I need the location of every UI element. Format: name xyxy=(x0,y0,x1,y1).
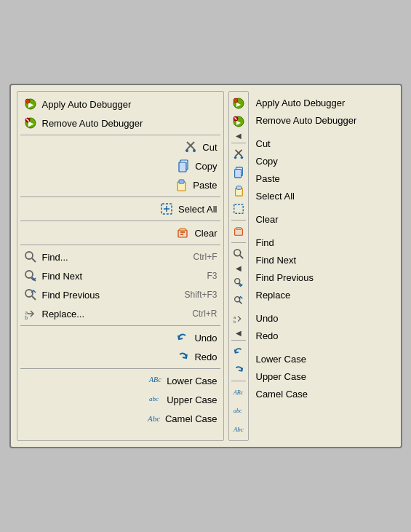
find-icon xyxy=(23,250,38,264)
icon-bar-clear[interactable] xyxy=(230,223,247,240)
label-sep4 xyxy=(255,303,359,309)
separator-6 xyxy=(20,368,220,369)
icon-bar-upper-case[interactable]: abc xyxy=(230,402,247,419)
menu-item-undo[interactable]: Undo xyxy=(17,328,223,347)
svg-rect-54 xyxy=(236,228,241,230)
apply-auto-debugger-label: Apply Auto Debugger xyxy=(42,99,132,110)
copy-label: Copy xyxy=(195,161,217,172)
undo-icon xyxy=(175,330,190,345)
icon-bar-find-next[interactable] xyxy=(230,274,247,291)
label-camel-case: Camel Case xyxy=(255,385,359,402)
icon-bar-scroll-down[interactable]: ◀ xyxy=(236,328,242,338)
menu-item-replace[interactable]: ab Replace... Ctrl+R xyxy=(17,304,223,323)
upper-case-label: Upper Case xyxy=(167,394,217,405)
label-redo: Redo xyxy=(255,327,359,344)
menu-item-clear[interactable]: Clear xyxy=(17,223,223,242)
svg-text:ABc: ABc xyxy=(148,376,161,384)
menu-item-lower-case[interactable]: ABc Lower Case xyxy=(17,371,223,390)
menu-item-camel-case[interactable]: Abc Camel Case xyxy=(17,409,223,428)
redo-label: Redo xyxy=(194,352,217,362)
svg-rect-52 xyxy=(234,205,242,213)
separator-5 xyxy=(20,325,220,326)
apply-debugger-icon: ▶ xyxy=(23,97,38,111)
replace-label: Replace... xyxy=(42,309,85,319)
icon-bar-redo[interactable] xyxy=(230,361,247,378)
lower-case-icon: ABc xyxy=(148,373,162,388)
menu-item-find[interactable]: Find... Ctrl+F xyxy=(17,247,223,266)
icon-bar-find-previous[interactable] xyxy=(230,292,247,309)
icon-bar-sep1 xyxy=(231,143,246,143)
find-shortcut: Ctrl+F xyxy=(193,252,218,262)
svg-point-47 xyxy=(240,156,243,159)
cut-icon xyxy=(183,140,198,154)
icon-bar-sep5 xyxy=(231,381,246,381)
label-sep5 xyxy=(255,344,359,350)
left-menu-panel: ▶ Apply Auto Debugger ▶ Remove Auto Debu… xyxy=(17,91,224,441)
menu-item-cut[interactable]: Cut xyxy=(17,138,223,156)
svg-rect-51 xyxy=(236,186,241,189)
label-find: Find xyxy=(255,234,359,251)
undo-label: Undo xyxy=(194,333,217,344)
icon-bar-sep3 xyxy=(231,242,246,243)
label-undo: Undo xyxy=(255,309,359,327)
icon-bar: ▶ ▶ ◀ xyxy=(228,91,249,441)
find-next-shortcut: F3 xyxy=(207,271,217,281)
svg-rect-17 xyxy=(180,180,183,183)
menu-item-upper-case[interactable]: abc Upper Case xyxy=(17,390,223,409)
icon-bar-copy[interactable] xyxy=(230,164,247,181)
svg-point-27 xyxy=(25,271,33,278)
menu-item-find-next[interactable]: Find Next F3 xyxy=(17,266,223,285)
label-clear: Clear xyxy=(255,210,359,228)
icon-bar-scroll-find[interactable]: ◀ xyxy=(236,263,242,273)
icon-bar-lower-case[interactable]: ABc xyxy=(230,384,247,401)
icon-bar-cut[interactable] xyxy=(230,146,247,163)
menu-item-paste[interactable]: Paste xyxy=(17,175,223,194)
label-find-next: Find Next xyxy=(255,251,359,269)
camel-case-label: Camel Case xyxy=(165,413,218,424)
icon-bar-apply-debugger[interactable]: ▶ xyxy=(230,95,247,112)
label-find-previous: Find Previous xyxy=(255,269,359,286)
label-select-all: Select All xyxy=(255,187,359,205)
icon-bar-find[interactable] xyxy=(230,245,247,263)
menu-item-remove-auto-debugger[interactable]: ▶ Remove Auto Debugger xyxy=(17,114,223,132)
replace-icon: ab xyxy=(23,306,38,321)
icon-bar-replace[interactable]: ab xyxy=(230,310,247,327)
svg-point-2 xyxy=(25,99,30,103)
svg-text:Abc: Abc xyxy=(233,426,244,433)
svg-line-60 xyxy=(239,301,242,304)
paste-label: Paste xyxy=(193,180,217,191)
icon-bar-camel-case[interactable]: Abc xyxy=(230,420,247,437)
remove-auto-debugger-label: Remove Auto Debugger xyxy=(42,118,143,129)
label-replace: Replace xyxy=(255,286,359,303)
icon-bar-sep4 xyxy=(231,340,246,341)
icon-bar-remove-debugger[interactable]: ▶ xyxy=(230,113,247,130)
svg-text:Abc: Abc xyxy=(147,414,160,423)
svg-line-56 xyxy=(239,255,242,258)
label-sep3 xyxy=(255,228,359,234)
svg-text:abc: abc xyxy=(149,395,159,402)
icon-bar-paste[interactable] xyxy=(230,182,247,199)
label-sep1 xyxy=(255,129,359,135)
svg-rect-53 xyxy=(234,229,242,235)
svg-text:ABc: ABc xyxy=(233,389,244,396)
separator-1 xyxy=(20,135,220,135)
menu-item-select-all[interactable]: Select All xyxy=(17,199,223,218)
icon-bar-select-all[interactable] xyxy=(230,200,247,218)
svg-point-55 xyxy=(234,250,240,256)
separator-2 xyxy=(20,196,220,197)
find-previous-label: Find Previous xyxy=(42,290,100,301)
menu-item-apply-auto-debugger[interactable]: ▶ Apply Auto Debugger xyxy=(17,95,223,114)
find-next-icon xyxy=(23,269,38,283)
find-next-label: Find Next xyxy=(42,271,83,282)
icon-bar-undo[interactable] xyxy=(230,343,247,360)
icon-bar-sep2 xyxy=(231,220,246,221)
select-all-label: Select All xyxy=(178,204,217,215)
menu-item-redo[interactable]: Redo xyxy=(17,347,223,366)
svg-point-57 xyxy=(234,279,239,284)
label-lower-case: Lower Case xyxy=(255,350,359,368)
menu-item-find-previous[interactable]: Find Previous Shift+F3 xyxy=(17,285,223,304)
menu-item-copy[interactable]: Copy xyxy=(17,156,223,175)
copy-icon xyxy=(176,159,191,173)
clear-label: Clear xyxy=(194,228,217,239)
icon-bar-scroll-up[interactable]: ◀ xyxy=(236,131,242,140)
